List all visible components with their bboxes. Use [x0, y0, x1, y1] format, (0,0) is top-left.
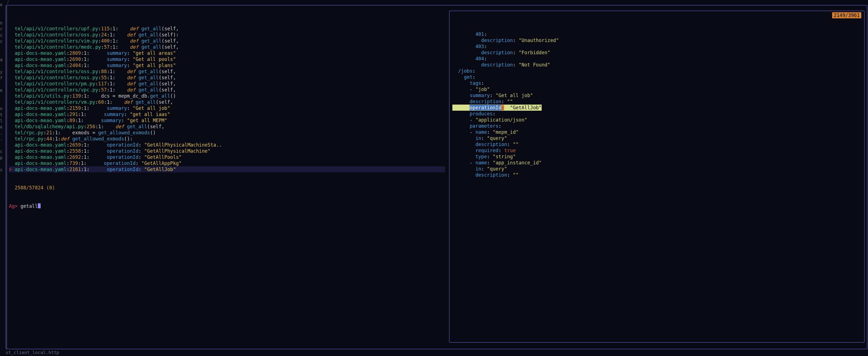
result-row[interactable]: api-docs-meao.yaml:2809:1: summary: "get… [9, 50, 445, 56]
result-row[interactable]: tel/api/v1/controllers/oss.py:24:1: def … [9, 32, 445, 38]
result-row[interactable]: tel/api/v1/controllers/medc.py:57:1: def… [9, 44, 445, 50]
result-row[interactable]: tel/api/v1/controllers/pm.py:117:1: def … [9, 80, 445, 87]
preview-line: - "application/json" [452, 117, 861, 123]
preview-line: description: "Unauthorized" [452, 37, 861, 43]
status-bar: st_client_local.http [5, 350, 868, 356]
preview-line: tags: [452, 80, 861, 86]
preview-line: - "job" [452, 86, 861, 92]
preview-line: - name: "app_instance_id" [452, 160, 861, 166]
preview-line: get: [452, 74, 861, 80]
preview-line: summary: "Get all job" [452, 92, 861, 98]
preview-line: description: "" [452, 172, 861, 178]
result-row[interactable]: api-docs-meao.yaml:291:1: summary: "get … [9, 111, 445, 117]
result-row[interactable]: tel/rpc.py:44:1:def get_allowed_exmods()… [9, 136, 445, 142]
result-row[interactable]: tel/api/v1/controllers/vpc.py:57:1: def … [9, 87, 445, 93]
result-row[interactable]: tel/api/v1/controllers/oss.py:88:1: def … [9, 68, 445, 74]
result-row[interactable]: tel/rpc.py:21:1: exmods = get_allowed_ex… [9, 130, 445, 136]
preview-line: operationId: "GetAllJob" [452, 104, 861, 111]
preview-line: 403: [452, 43, 861, 50]
result-row[interactable]: tel/db/sqlalchemy/api.py:256:1: def get_… [9, 124, 445, 130]
main-area: / tel/api/v1/controllers/upf.py:115:1: d… [5, 0, 868, 356]
result-row[interactable]: api-docs-meao.yaml:2659:1: operationId: … [9, 142, 445, 148]
preview-line: description: "Not Found" [452, 62, 861, 68]
result-row[interactable]: api-docs-meao.yaml:89:1: summary: "get a… [9, 117, 445, 124]
preview-line: description: "" [452, 141, 861, 148]
result-counts: 2588/57824 (0) [9, 185, 445, 191]
preview-pane[interactable]: 2149/3961 401: description: "Unauthorize… [449, 10, 865, 343]
preview-line: description: "" [452, 98, 861, 104]
top-path-line: / [5, 0, 868, 5]
result-row[interactable]: > api-docs-meao.yaml:2161:1: operationId… [9, 166, 445, 172]
result-row[interactable]: api-docs-meao.yaml:2558:1: operationId: … [9, 148, 445, 154]
preview-position-badge: 2149/3961 [832, 12, 861, 19]
results-list[interactable]: tel/api/v1/controllers/upf.py:115:1: def… [9, 26, 445, 172]
editor-window: enrccayfentle..cps / tel/api/v1/controll… [0, 0, 868, 356]
cursor-icon [38, 203, 41, 208]
result-row[interactable]: tel/api/v1/controllers/oss.py:55:1: def … [9, 74, 445, 80]
result-row[interactable]: api-docs-meao.yaml:2159:1: summary: "Get… [9, 105, 445, 111]
preview-line: required: true [452, 148, 861, 154]
preview-line: parameters: [452, 123, 861, 129]
preview-content: 401: description: "Unauthorized" 403: de… [452, 31, 861, 178]
result-row[interactable]: tel/api/v1/controllers/upf.py:115:1: def… [9, 26, 445, 32]
result-row[interactable]: api-docs-meao.yaml:2690:1: summary: "Get… [9, 56, 445, 62]
preview-line: produces: [452, 111, 861, 117]
preview-line: 401: [452, 31, 861, 37]
result-row[interactable]: api-docs-meao.yaml:2692:1: operationId: … [9, 154, 445, 160]
preview-line: in: "query" [452, 166, 861, 172]
preview-line: description: "Forbidden" [452, 50, 861, 56]
preview-line: in: "query" [452, 135, 861, 141]
results-pane[interactable]: tel/api/v1/controllers/upf.py:115:1: def… [6, 6, 447, 349]
result-row[interactable]: tel/api/v1/controllers/vim.py:400:1: def… [9, 38, 445, 44]
preview-line: /jobs: [452, 68, 861, 74]
result-row[interactable]: tel/api/v1/utils.py:139:1: dcs = mepm_dc… [9, 93, 445, 99]
gutter-column: enrccayfentle..cps [0, 0, 5, 356]
preview-line: 404: [452, 56, 861, 62]
preview-line: type: "string" [452, 154, 861, 160]
fzf-panel: tel/api/v1/controllers/upf.py:115:1: def… [6, 5, 867, 349]
search-prompt[interactable]: Ag> getall [9, 203, 445, 209]
result-row[interactable]: tel/api/v1/controllers/vm.py:60:1: def g… [9, 99, 445, 105]
preview-line: - name: "mepm_id" [452, 129, 861, 135]
result-row[interactable]: api-docs-meao.yaml:739:1: operationId: "… [9, 160, 445, 166]
result-row[interactable]: api-docs-meao.yaml:2404:1: summary: "get… [9, 62, 445, 68]
results-scrollbar [6, 6, 7, 349]
